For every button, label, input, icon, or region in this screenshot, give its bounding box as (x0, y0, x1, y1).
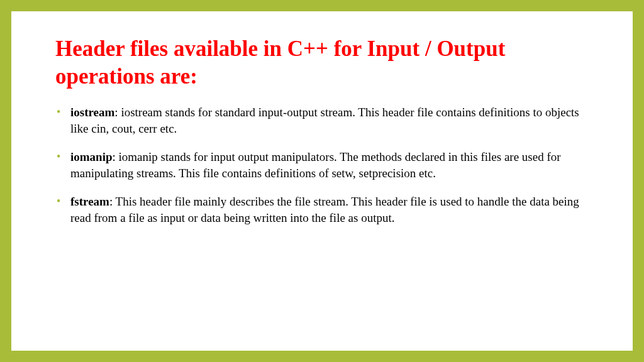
list-item: iostream: iostream stands for standard i… (55, 104, 589, 138)
list-item: iomanip: iomanip stands for input output… (55, 149, 589, 182)
slide-container: Header files available in C++ for Input … (11, 11, 633, 351)
term-description: : This header file mainly describes the … (70, 195, 579, 225)
bullet-list: iostream: iostream stands for standard i… (55, 104, 589, 228)
slide-title: Header files available in C++ for Input … (55, 35, 589, 90)
term-label: iostream (70, 106, 114, 119)
term-description: : iostream stands for standard input-out… (70, 106, 579, 136)
term-label: fstream (70, 195, 109, 208)
list-item: fstream: This header file mainly describ… (55, 194, 589, 227)
term-label: iomanip (70, 150, 113, 163)
term-description: : iomanip stands for input output manipu… (70, 150, 561, 180)
